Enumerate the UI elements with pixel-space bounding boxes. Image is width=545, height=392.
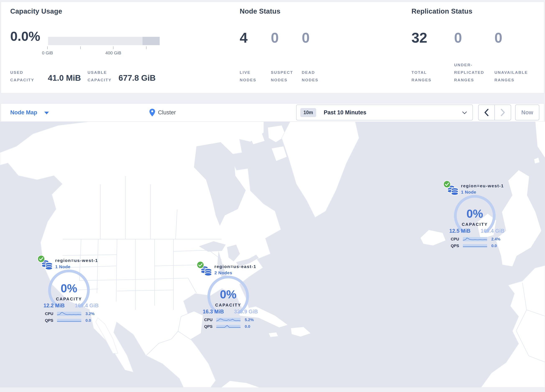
qps-sparkline bbox=[216, 325, 241, 328]
region-capacity-percent: 0% bbox=[197, 288, 260, 301]
qps-value: 0.0 bbox=[245, 324, 250, 329]
total-ranges-label: TOTAL RANGES bbox=[411, 69, 438, 84]
region-capacity-label: CAPACITY bbox=[38, 297, 100, 301]
region-capacity-label: CAPACITY bbox=[443, 222, 506, 227]
suspect-nodes-label: SUSPECT NODES bbox=[271, 69, 298, 84]
under-replicated-count: 0 bbox=[454, 30, 462, 46]
qps-value: 0.0 bbox=[86, 318, 91, 323]
region-capacity-percent: 0% bbox=[443, 207, 506, 220]
region-used-capacity: 16.3 MiB bbox=[203, 309, 224, 315]
qps-value: 0.0 bbox=[491, 243, 497, 248]
unavailable-ranges-count: 0 bbox=[495, 30, 502, 46]
used-capacity-value: 41.0 MiB bbox=[48, 73, 81, 83]
breadcrumb[interactable]: Cluster bbox=[149, 104, 176, 121]
region-used-capacity: 12.2 MiB bbox=[43, 303, 65, 309]
qps-sparkline bbox=[57, 319, 81, 322]
cpu-label: CPU bbox=[197, 317, 212, 322]
region-name: region=us-east-1 bbox=[214, 263, 256, 270]
live-nodes-label: LIVE NODES bbox=[240, 69, 264, 84]
region-marker-us-east-1[interactable]: region=us-east-1 2 Nodes 0% CAPACITY 16.… bbox=[197, 263, 260, 332]
capacity-usage-title: Capacity Usage bbox=[10, 7, 62, 15]
cpu-value: 3.2% bbox=[86, 311, 94, 316]
capacity-axis-tick bbox=[47, 46, 48, 49]
capacity-used-percent: 0.0% bbox=[10, 29, 40, 44]
region-name: region=us-west-1 bbox=[55, 257, 98, 264]
region-marker-eu-west-1[interactable]: region=eu-west-1 1 Node 0% CAPACITY 12.5… bbox=[443, 182, 506, 251]
dead-nodes-count: 0 bbox=[302, 30, 310, 46]
region-name: region=eu-west-1 bbox=[461, 183, 504, 189]
view-selector-dropdown[interactable]: Node Map bbox=[10, 104, 49, 121]
node-status-title: Node Status bbox=[240, 7, 280, 15]
time-range-label: Past 10 Minutes bbox=[324, 109, 366, 116]
capacity-bar-reserved-segment bbox=[142, 37, 160, 45]
qps-label: QPS bbox=[443, 243, 459, 248]
dead-nodes-label: DEAD NODES bbox=[302, 69, 325, 84]
total-ranges-count: 32 bbox=[411, 30, 427, 46]
breadcrumb-label: Cluster bbox=[158, 109, 176, 116]
replication-status-title: Replication Status bbox=[411, 7, 472, 15]
check-circle-icon bbox=[37, 255, 45, 263]
node-map[interactable]: region=us-west-1 1 Node 0% CAPACITY 12.2… bbox=[0, 122, 545, 387]
check-circle-icon bbox=[196, 261, 204, 269]
region-marker-us-west-1[interactable]: region=us-west-1 1 Node 0% CAPACITY 12.2… bbox=[38, 256, 100, 325]
region-total-capacity: 169.4 GiB bbox=[481, 228, 504, 234]
cpu-value: 2.4% bbox=[491, 237, 500, 242]
now-button[interactable]: Now bbox=[515, 105, 539, 120]
capacity-usage-section: Capacity Usage 0.0% 0 GiB 400 GiB USED C… bbox=[10, 2, 173, 93]
cpu-value: 5.2% bbox=[245, 317, 254, 322]
time-range-badge: 10m bbox=[300, 108, 316, 117]
unavailable-ranges-label: UNAVAILABLE RANGES bbox=[495, 69, 534, 84]
capacity-axis-label-0: 0 GiB bbox=[31, 50, 64, 56]
region-capacity-percent: 0% bbox=[38, 282, 100, 295]
usable-capacity-value: 677.8 GiB bbox=[118, 73, 156, 83]
qps-sparkline bbox=[463, 244, 487, 248]
cpu-sparkline bbox=[57, 312, 81, 316]
cpu-sparkline bbox=[463, 237, 487, 241]
live-nodes-count: 4 bbox=[240, 30, 248, 46]
chevron-right-icon bbox=[501, 109, 505, 116]
location-pin-icon bbox=[149, 109, 155, 117]
capacity-axis-tick bbox=[113, 46, 113, 49]
map-toolbar: Node Map Cluster 10m Past 10 Minutes Now bbox=[1, 104, 544, 122]
region-used-capacity: 12.5 MiB bbox=[449, 228, 471, 234]
qps-label: QPS bbox=[38, 318, 53, 323]
check-circle-icon bbox=[443, 180, 451, 188]
map-jamaica bbox=[269, 332, 278, 337]
used-capacity-label: USED CAPACITY bbox=[10, 69, 38, 84]
cpu-sparkline bbox=[216, 318, 241, 322]
region-total-capacity: 338.9 GiB bbox=[234, 309, 258, 315]
suspect-nodes-count: 0 bbox=[271, 30, 279, 46]
capacity-axis-tick bbox=[146, 46, 147, 49]
time-nav-group bbox=[478, 105, 511, 120]
replication-status-section: Replication Status 32 0 0 TOTAL RANGES U… bbox=[411, 2, 545, 93]
time-back-button[interactable] bbox=[478, 105, 495, 120]
region-capacity-label: CAPACITY bbox=[197, 303, 260, 308]
capacity-axis-tick bbox=[80, 46, 81, 49]
capacity-bar bbox=[48, 37, 160, 45]
cpu-label: CPU bbox=[443, 237, 459, 242]
time-range-dropdown[interactable]: 10m Past 10 Minutes bbox=[296, 105, 473, 120]
world-map-graphic bbox=[0, 122, 545, 387]
region-total-capacity: 169.4 GiB bbox=[75, 303, 99, 309]
capacity-axis-label-400: 400 GiB bbox=[97, 50, 130, 56]
chevron-down-icon bbox=[462, 111, 467, 114]
under-replicated-label: UNDER-REPLICATED RANGES bbox=[454, 61, 491, 84]
node-status-section: Node Status 4 0 0 LIVE NODES SUSPECT NOD… bbox=[240, 2, 398, 93]
chevron-left-icon bbox=[484, 109, 489, 116]
qps-label: QPS bbox=[197, 324, 212, 329]
usable-capacity-label: USABLE CAPACITY bbox=[87, 69, 120, 84]
cluster-summary-panel: Capacity Usage 0.0% 0 GiB 400 GiB USED C… bbox=[1, 2, 544, 93]
cpu-label: CPU bbox=[38, 311, 53, 316]
view-selector-label: Node Map bbox=[10, 109, 37, 116]
caret-down-icon bbox=[44, 112, 49, 114]
time-forward-button[interactable] bbox=[495, 105, 511, 120]
